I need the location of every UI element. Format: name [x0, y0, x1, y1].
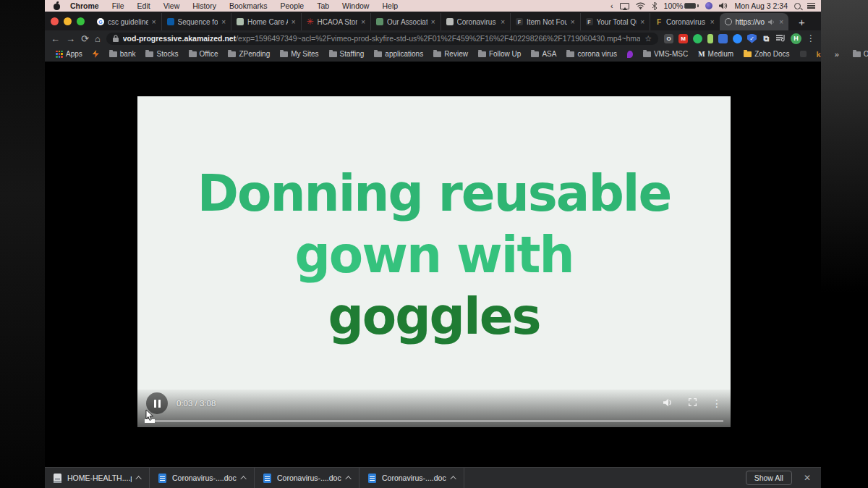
download-menu-chevron-icon[interactable] — [240, 476, 246, 481]
volume-icon[interactable] — [719, 2, 728, 9]
apple-menu-icon[interactable] — [54, 2, 61, 10]
bookmark-folder-asa[interactable]: ASA — [527, 50, 560, 58]
video-progress-bar[interactable] — [145, 420, 723, 422]
close-tab-icon[interactable]: × — [361, 18, 365, 26]
close-tab-icon[interactable]: × — [152, 18, 156, 26]
lock-icon[interactable] — [113, 32, 119, 45]
address-bar[interactable]: vod-progressive.akamaized.net/exp=159649… — [106, 33, 658, 45]
menu-help[interactable]: Help — [375, 1, 404, 10]
volume-button[interactable] — [663, 397, 673, 410]
bookmark-folder-vms-msc[interactable]: VMS-MSC — [639, 50, 692, 58]
tab-our-associate[interactable]: Our Associate × — [370, 13, 441, 30]
spotlight-search-icon[interactable] — [794, 3, 801, 9]
tab-home-care[interactable]: Home Care As × — [231, 13, 301, 30]
forward-icon[interactable]: → — [66, 34, 75, 43]
tab-your-total[interactable]: F Your Total Qua × — [580, 13, 650, 30]
download-item-home-health-pdf[interactable]: HOME-HEALTH....pdf — [45, 468, 150, 488]
close-tab-icon[interactable]: × — [571, 18, 575, 26]
download-menu-chevron-icon[interactable] — [135, 476, 141, 481]
menu-history[interactable]: History — [186, 1, 223, 10]
bookmark-folder-bank[interactable]: bank — [106, 50, 140, 58]
tab-hcaoa-store[interactable]: ✳ HCAOA Store - × — [301, 13, 371, 30]
menu-edit[interactable]: Edit — [131, 1, 157, 10]
bookmark-folder-staffing[interactable]: Staffing — [326, 50, 368, 58]
profile-avatar[interactable]: H — [791, 33, 801, 44]
close-tab-icon[interactable]: × — [640, 18, 644, 26]
menu-bookmarks[interactable]: Bookmarks — [223, 1, 274, 10]
menu-people[interactable]: People — [273, 1, 310, 10]
bookmark-zoho-docs[interactable]: Zoho Docs — [740, 50, 793, 58]
bookmark-folder-applications[interactable]: applications — [370, 50, 427, 58]
menu-bar-clock[interactable]: Mon Aug 3 2:34 — [734, 1, 788, 10]
close-tab-icon[interactable]: × — [292, 18, 296, 26]
screen-mirroring-icon[interactable] — [620, 3, 629, 9]
tab-coronavirus-c[interactable]: F Coronavirus (C × — [650, 13, 720, 30]
bookmark-apps[interactable]: Apps — [52, 50, 86, 58]
fullscreen-button[interactable] — [688, 397, 697, 410]
bookmark-folder-follow-up[interactable]: Follow Up — [475, 50, 524, 58]
download-item-coronavirus-docx-3[interactable]: Coronavirus-....docx — [359, 468, 464, 488]
battery-indicator[interactable]: 100% — [664, 1, 699, 10]
tab-vod-active[interactable]: https://vod × — [720, 13, 789, 30]
extension-zoom-icon[interactable] — [733, 34, 742, 43]
close-tab-icon[interactable]: × — [779, 18, 783, 26]
minimize-window-button[interactable] — [64, 17, 72, 25]
menu-chrome[interactable]: Chrome — [64, 1, 106, 10]
download-item-coronavirus-docx-1[interactable]: Coronavirus-....docx — [150, 468, 255, 488]
video-player[interactable]: Donning reusable gown with goggles 0:03 … — [137, 96, 731, 427]
download-item-coronavirus-docx-2[interactable]: Coronavirus-....docx — [255, 468, 359, 488]
tab-item-not-found[interactable]: F Item Not Foun × — [510, 13, 580, 30]
bluetooth-icon[interactable] — [652, 2, 658, 10]
menu-window[interactable]: Window — [336, 1, 375, 10]
close-downloads-bar-icon[interactable]: ✕ — [804, 473, 811, 483]
extension-grasshopper-icon[interactable] — [707, 34, 713, 43]
home-icon[interactable]: ⌂ — [95, 34, 101, 43]
notification-center-icon[interactable] — [807, 3, 815, 9]
menu-tab[interactable]: Tab — [310, 1, 336, 10]
show-all-downloads-button[interactable]: Show All — [746, 471, 792, 485]
extension-blue-icon[interactable] — [718, 34, 728, 43]
video-menu-icon[interactable]: ⋮ — [712, 397, 722, 409]
tab-coronavirus-re[interactable]: Coronavirus Re × — [441, 13, 511, 30]
extensions-puzzle-icon[interactable]: ⧉ — [762, 34, 771, 43]
bookmark-folder-zpending[interactable]: ZPending — [224, 50, 273, 58]
tab-csc-guidelines[interactable]: G csc guidelines × — [92, 13, 161, 30]
close-tab-icon[interactable]: × — [710, 18, 715, 26]
other-bookmarks[interactable]: Other Bookmarks — [849, 50, 868, 58]
menu-view[interactable]: View — [157, 1, 187, 10]
close-window-button[interactable] — [51, 17, 59, 25]
extension-shield-icon[interactable]: ✓ — [747, 34, 757, 43]
extension-evernote-icon[interactable] — [693, 34, 702, 43]
chrome-menu-icon[interactable]: ⋮ — [807, 33, 815, 43]
close-tab-icon[interactable]: × — [431, 18, 435, 26]
bookmark-folder-my-sites[interactable]: My Sites — [276, 50, 322, 58]
close-tab-icon[interactable]: × — [221, 18, 226, 26]
extension-gmail-icon[interactable]: M — [678, 34, 688, 43]
bookmark-k[interactable]: k — [813, 50, 825, 59]
chevron-left-icon[interactable]: ‹ — [610, 1, 613, 10]
extension-office-icon[interactable]: O — [664, 34, 673, 43]
back-icon[interactable]: ← — [51, 34, 60, 43]
bookmark-ghost[interactable] — [796, 51, 810, 57]
menu-file[interactable]: File — [106, 1, 131, 10]
app-status-icon[interactable] — [705, 2, 712, 9]
tab-sequence-for[interactable]: Sequence for D × — [161, 13, 231, 30]
wifi-icon[interactable] — [636, 2, 645, 9]
bookmark-bolt[interactable] — [89, 50, 103, 58]
bookmark-folder-corona-virus[interactable]: corona virus — [563, 50, 620, 58]
bookmark-star-icon[interactable]: ☆ — [644, 34, 652, 43]
bookmark-folder-stocks[interactable]: Stocks — [142, 50, 182, 58]
media-controls-icon[interactable] — [776, 34, 786, 43]
tab-audio-icon[interactable] — [768, 19, 775, 25]
bookmark-purple[interactable] — [624, 51, 637, 58]
bookmarks-overflow-icon[interactable]: » — [830, 50, 843, 59]
download-menu-chevron-icon[interactable] — [450, 476, 456, 481]
new-tab-button[interactable]: + — [788, 16, 815, 30]
bookmark-folder-office[interactable]: Office — [185, 50, 222, 58]
close-tab-icon[interactable]: × — [501, 18, 505, 26]
download-menu-chevron-icon[interactable] — [345, 476, 351, 481]
zoom-window-button[interactable] — [77, 17, 85, 25]
reload-icon[interactable]: ⟳ — [81, 34, 89, 43]
bookmark-folder-review[interactable]: Review — [430, 50, 472, 58]
bookmark-medium[interactable]: MMedium — [694, 50, 737, 58]
